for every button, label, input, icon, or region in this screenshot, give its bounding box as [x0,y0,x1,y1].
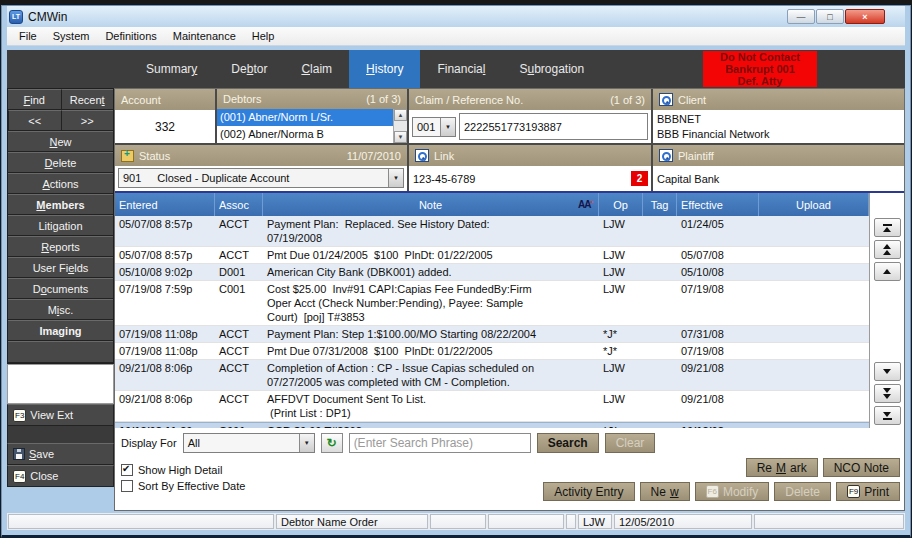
show-high-detail-checkbox[interactable] [121,464,133,476]
sidebar-item-user-fields[interactable]: User Fields [8,257,113,278]
sidebar-item-recent[interactable]: Recent [61,89,114,110]
save-button[interactable]: Save [7,443,114,465]
column-header-op[interactable]: Op [599,193,643,216]
remark-button[interactable]: ReMark [746,458,818,477]
debtor-item[interactable]: (001) Abner/Norm L/Sr. [217,109,393,126]
status-segment [488,514,564,529]
close-label: Close [30,470,58,482]
cell-effective: 09/21/08 [677,391,759,421]
link-count-badge[interactable]: 2 [631,171,648,186]
sidebar-item-members[interactable]: Members [8,194,113,215]
print-button[interactable]: F9Print [836,482,900,501]
new-note-button[interactable]: New [640,482,690,501]
table-row[interactable]: 09/21/08 8:06pACCTCompletion of Action :… [115,360,869,391]
page-up-button[interactable] [874,240,901,259]
table-row[interactable]: 05/07/08 8:57pACCTPmt Due 01/24/2005 $10… [115,247,869,264]
column-header-effective[interactable]: Effective [677,193,759,216]
close-button[interactable]: × [845,9,885,24]
line-up-button[interactable] [874,262,901,281]
sidebar-item-delete[interactable]: Delete [8,152,113,173]
maximize-button[interactable]: □ [816,9,844,24]
status-header: Status 11/07/2010 [115,145,407,166]
column-header-tag[interactable]: Tag [643,193,677,216]
nco-note-button[interactable]: NCO Note [823,458,900,477]
sort-by-effective-checkbox[interactable] [121,480,133,492]
sidebar-item-find[interactable]: Find [8,89,61,110]
status-segment [430,514,486,529]
menu-help[interactable]: Help [244,28,283,44]
sidebar-item-imaging[interactable]: Imaging [8,320,113,341]
column-header-assoc[interactable]: Assoc [215,193,263,216]
tab-claim[interactable]: Claim [284,50,349,88]
tab-history[interactable]: History [349,50,420,88]
search-input[interactable] [349,433,531,453]
title-bar[interactable]: LT CMWin —□× [7,6,905,27]
sidebar-item-prev[interactable]: << [8,110,61,131]
menu-definitions[interactable]: Definitions [97,28,164,44]
chevron-down-icon[interactable] [299,434,314,452]
chevron-down-icon[interactable] [440,118,455,136]
cell-op: LJW [599,391,643,421]
page-down-button[interactable] [874,384,901,403]
display-for-select[interactable]: All [183,433,315,453]
scroll-up-icon[interactable]: ▲ [394,109,407,121]
claim-number-select[interactable]: 001 [412,117,456,137]
sidebar-item-documents[interactable]: Documents [8,278,113,299]
refresh-filter-button[interactable] [321,433,343,453]
sidebar: FindRecent<<>>NewDeleteActionsMembersLit… [7,88,114,511]
last-button[interactable] [874,406,901,425]
cell-assoc: ACCT [215,360,263,390]
search-button[interactable]: Search [537,433,599,453]
tab-summary[interactable]: Summary [129,50,214,88]
save-label: Save [29,448,54,460]
table-row[interactable]: 07/19/08 11:08pACCTPmt Due 07/31/2008 $1… [115,343,869,360]
cell-upload [759,264,869,280]
sidebar-item-litigation[interactable]: Litigation [8,215,113,236]
sidebar-item-reports[interactable]: Reports [8,236,113,257]
scroll-down-icon[interactable]: ▼ [394,131,407,143]
table-row[interactable]: 07/19/08 11:08pACCTPayment Plan: Step 1:… [115,326,869,343]
menu-system[interactable]: System [45,28,98,44]
column-header-entered[interactable]: Entered [115,193,215,216]
menu-file[interactable]: File [11,28,45,44]
table-row[interactable]: 09/21/08 8:06pACCTAFFDVT Document Sent T… [115,391,869,422]
cell-note: American City Bank (DBK001) added. [263,264,599,280]
sidebar-item-actions[interactable]: Actions [8,173,113,194]
cell-upload [759,360,869,390]
cell-op: LJW [599,360,643,390]
line-down-button[interactable] [874,362,901,381]
first-button[interactable] [874,218,901,237]
sidebar-item-next[interactable]: >> [61,110,114,131]
column-header-upload[interactable]: Upload [759,193,869,216]
tab-debtor[interactable]: Debtor [214,50,284,88]
minimize-button[interactable]: — [787,9,815,24]
cell-entered: 05/07/08 8:57p [115,247,215,263]
table-row[interactable]: 05/07/08 8:57pACCTPayment Plan: Replaced… [115,216,869,247]
debtor-item[interactable]: (002) Abner/Norma B [217,126,393,143]
table-body: 05/07/08 8:57pACCTPayment Plan: Replaced… [115,216,869,428]
tab-subrogation[interactable]: Subrogation [502,50,601,88]
close-button[interactable]: F4 Close [7,465,114,487]
status-select[interactable]: 901 Closed - Duplicate Account [118,168,404,188]
chevron-down-icon[interactable] [388,169,403,187]
sidebar-item-new[interactable]: New [8,131,113,152]
client-lookup-icon[interactable] [659,93,673,106]
sidebar-item-misc[interactable]: Misc. [8,299,113,320]
table-row[interactable]: 07/19/08 7:59pC001Cost $25.00 Inv#91 CAP… [115,281,869,326]
font-size-icon[interactable]: AA [578,199,592,210]
f3-keycap: F3 [13,409,26,422]
status-folder-icon[interactable] [121,150,134,162]
status-segment [8,514,274,529]
link-lookup-icon[interactable] [415,149,429,162]
column-header-note[interactable]: NoteAA [263,193,599,216]
menu-maintenance[interactable]: Maintenance [165,28,244,44]
table-row[interactable]: 05/10/08 9:02pD001American City Bank (DB… [115,264,869,281]
view-ext-button[interactable]: F3 View Ext [7,404,114,426]
debtor-scrollbar[interactable]: ▲ ▼ [393,109,407,143]
reference-number-field[interactable]: 2222551773193887 [459,113,648,140]
cell-upload [759,281,869,325]
activity-entry-button[interactable]: Activity Entry [543,482,634,501]
operator-segment: LJW [578,514,612,529]
plaintiff-lookup-icon[interactable] [659,149,673,162]
tab-financial[interactable]: Financial [420,50,502,88]
